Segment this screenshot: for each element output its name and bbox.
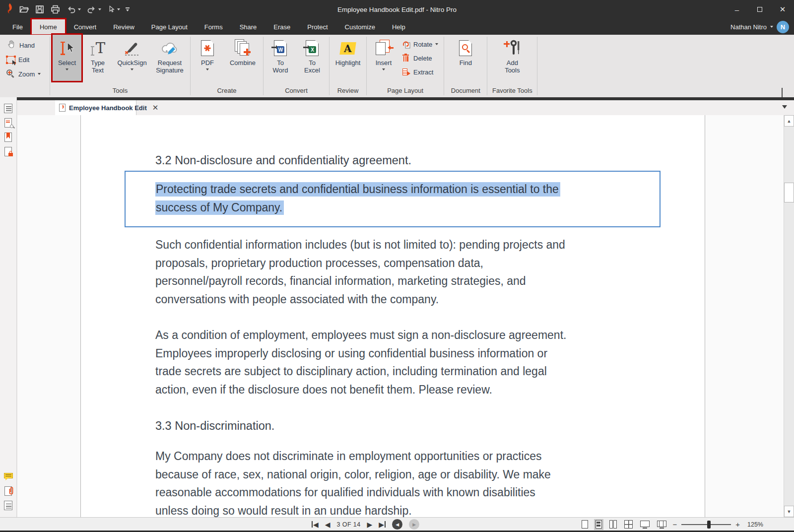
tab-share[interactable]: Share <box>231 19 265 35</box>
page-thumbnails-panel-button[interactable] <box>3 102 14 114</box>
first-page-button[interactable]: ◀ <box>312 521 319 528</box>
open-file-button[interactable] <box>19 4 29 14</box>
group-label-tools: Tools <box>53 86 188 97</box>
pdf-button[interactable]: PDF <box>193 35 222 70</box>
group-label-create: Create <box>193 86 261 97</box>
tab-page-layout[interactable]: Page Layout <box>143 19 196 35</box>
zoom-in-button[interactable]: + <box>735 521 740 528</box>
find-button[interactable]: Find <box>451 35 480 66</box>
search-document-panel-button[interactable] <box>3 117 14 129</box>
facing-pages-view-button[interactable] <box>608 519 619 530</box>
quicksign-button[interactable]: QuickSign <box>114 35 150 70</box>
tab-forms[interactable]: Forms <box>196 19 231 35</box>
vertical-scrollbar[interactable]: ▲ ▼ <box>784 115 794 517</box>
document-tab[interactable]: Employee Handbook Edit ✕ <box>55 100 136 115</box>
tab-file[interactable]: File <box>4 19 31 35</box>
document-tabbar: Employee Handbook Edit ✕ <box>17 100 794 115</box>
next-page-button[interactable]: ▶ <box>367 521 373 528</box>
previous-view-button[interactable]: ◀ <box>392 519 402 530</box>
scroll-down-button[interactable]: ▼ <box>784 506 794 517</box>
maximize-icon <box>757 7 762 12</box>
next-view-button[interactable]: ▶ <box>409 519 419 530</box>
titlebar: Employee Handbook Edit.pdf - Nitro Pro –… <box>0 0 794 19</box>
hand-tool-button[interactable]: Hand <box>6 40 41 51</box>
fit-page-view-button[interactable] <box>639 519 651 530</box>
zoom-slider-thumb[interactable] <box>707 521 711 529</box>
customize-toolbar-button[interactable] <box>126 7 130 11</box>
undo-button[interactable] <box>66 4 81 14</box>
insert-icon <box>375 40 393 57</box>
scroll-up-button[interactable]: ▲ <box>784 115 794 127</box>
tab-convert[interactable]: Convert <box>66 19 105 35</box>
maximize-button[interactable] <box>748 0 771 19</box>
close-button[interactable]: ✕ <box>771 0 794 19</box>
avatar[interactable]: N <box>777 21 789 33</box>
print-button[interactable] <box>50 4 61 14</box>
add-tools-icon <box>504 39 521 57</box>
delete-button[interactable]: Delete <box>402 53 438 64</box>
add-tools-button[interactable]: Add Tools <box>498 35 527 74</box>
selected-text-line[interactable]: success of My Company. <box>155 199 660 217</box>
type-text-button[interactable]: T Type Text <box>83 35 112 74</box>
selected-text-line[interactable]: Protecting trade secrets and confidentia… <box>155 180 660 199</box>
tab-protect[interactable]: Protect <box>299 19 336 35</box>
highlight-button[interactable]: A Highlight <box>332 35 364 66</box>
redo-button[interactable] <box>86 4 101 14</box>
select-dropdown-caret[interactable] <box>66 68 68 70</box>
redo-dropdown-caret[interactable] <box>98 8 101 10</box>
tab-customize[interactable]: Customize <box>336 19 384 35</box>
ribbon-collapse-button[interactable] <box>782 89 786 93</box>
grid-view-button[interactable] <box>623 519 634 530</box>
zoom-dropdown-caret[interactable] <box>38 73 41 75</box>
zoom-level[interactable]: 125% <box>744 521 763 528</box>
fit-width-view-button[interactable] <box>656 519 668 530</box>
quicksign-dropdown-caret[interactable] <box>131 68 133 70</box>
page-indicator: 3 OF 14 <box>337 521 361 528</box>
continuous-view-button[interactable] <box>594 519 603 530</box>
comments-icon <box>4 473 13 480</box>
account-menu[interactable]: Nathan Nitro N <box>730 19 789 35</box>
tab-list-dropdown-icon[interactable] <box>782 105 787 109</box>
zoom-tool-button[interactable]: Zoom <box>6 68 41 79</box>
tab-help[interactable]: Help <box>384 19 414 35</box>
request-signature-button[interactable]: Request Signature <box>152 35 188 74</box>
group-page-layout: Insert Rotate Delete <box>367 35 444 97</box>
scrollbar-thumb[interactable] <box>784 183 794 202</box>
select-tool-dropdown-caret[interactable] <box>117 8 120 10</box>
security-panel-button[interactable] <box>3 145 14 157</box>
group-label-review: Review <box>332 86 364 97</box>
select-button[interactable]: Select <box>53 35 81 81</box>
pdf-dropdown-caret[interactable] <box>206 68 209 70</box>
to-word-button[interactable]: W To Word <box>266 35 295 74</box>
minimize-button[interactable]: – <box>726 0 748 19</box>
rotate-button[interactable]: Rotate <box>402 39 438 50</box>
tab-review[interactable]: Review <box>105 19 143 35</box>
last-page-button[interactable]: ▶ <box>379 521 386 528</box>
rotate-dropdown-caret[interactable] <box>435 43 438 45</box>
zoom-slider[interactable] <box>681 524 731 525</box>
comments-panel-button[interactable] <box>3 470 14 482</box>
save-button[interactable] <box>35 4 45 14</box>
edit-tool-button[interactable]: Edit <box>6 54 41 65</box>
previous-page-button[interactable]: ◀ <box>325 521 331 528</box>
tab-erase[interactable]: Erase <box>265 19 299 35</box>
document-tab-close-icon[interactable]: ✕ <box>152 103 159 112</box>
to-excel-button[interactable]: X To Excel <box>298 35 327 74</box>
combine-button[interactable]: Combine <box>225 35 261 66</box>
menubar: File Home Convert Review Page Layout For… <box>0 19 794 35</box>
insert-button[interactable]: Insert <box>369 35 398 70</box>
select-tool-button[interactable] <box>107 4 120 14</box>
rotate-icon <box>402 40 410 49</box>
attachments-panel-button[interactable] <box>3 485 14 497</box>
bookmarks-panel-button[interactable] <box>3 131 14 143</box>
single-page-view-button[interactable] <box>580 519 590 530</box>
insert-dropdown-caret[interactable] <box>382 68 385 70</box>
output-panel-button[interactable] <box>3 499 14 511</box>
extract-button[interactable]: Extract <box>402 66 438 77</box>
tab-home[interactable]: Home <box>31 19 66 35</box>
zoom-out-button[interactable]: − <box>672 521 677 528</box>
output-icon <box>4 501 12 510</box>
undo-dropdown-caret[interactable] <box>78 8 81 10</box>
text-selection-box[interactable]: Protecting trade secrets and confidentia… <box>125 171 661 227</box>
find-icon <box>459 40 472 56</box>
